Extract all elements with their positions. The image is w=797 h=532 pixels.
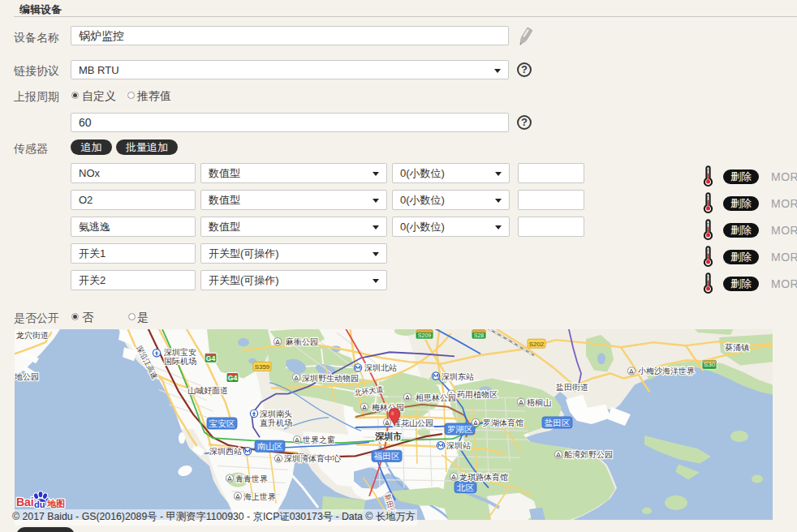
svg-text:深圳站: 深圳站 — [446, 441, 471, 450]
svg-text:深圳西站: 深圳西站 — [209, 447, 242, 456]
svg-text:S209: S209 — [418, 332, 431, 338]
svg-text:宝安区: 宝安区 — [209, 418, 235, 428]
svg-text:梧桐山: 梧桐山 — [527, 398, 551, 407]
svg-text:药用植物区: 药用植物区 — [456, 390, 498, 399]
svg-text:du: du — [34, 500, 45, 509]
svg-text:莲花山公园: 莲花山公园 — [393, 418, 433, 427]
svg-text:龙琪路体育馆: 龙琪路体育馆 — [459, 473, 508, 482]
svg-text:罗湖区: 罗湖区 — [447, 424, 473, 434]
svg-text:深圳湾体育中心: 深圳湾体育中心 — [284, 454, 342, 463]
svg-text:罗湖体育馆: 罗湖体育馆 — [483, 418, 523, 427]
svg-text:Bai: Bai — [16, 496, 34, 508]
svg-text:葵涌镇: 葵涌镇 — [725, 343, 749, 352]
svg-text:S28: S28 — [474, 332, 485, 338]
svg-text:S30: S30 — [704, 361, 716, 368]
svg-text:盐田街道: 盐田街道 — [556, 383, 588, 392]
svg-text:地图: 地图 — [46, 499, 65, 508]
svg-text:深圳市: 深圳市 — [375, 431, 402, 441]
svg-text:南山区: 南山区 — [257, 441, 283, 451]
svg-text:深圳东站: 深圳东站 — [442, 371, 474, 380]
svg-text:国际机场: 国际机场 — [164, 357, 196, 366]
svg-text:直升机场: 直升机场 — [260, 418, 292, 427]
svg-text:麻衝公园: 麻衝公园 — [286, 337, 318, 346]
svg-text:S359: S359 — [255, 363, 270, 371]
svg-text:深圳北站: 深圳北站 — [364, 363, 397, 372]
svg-text:山城好面道: 山城好面道 — [187, 386, 228, 395]
svg-text:S202: S202 — [529, 341, 545, 348]
svg-text:地公园: 地公园 — [15, 371, 39, 380]
svg-text:G4: G4 — [206, 354, 216, 363]
svg-text:盐田区: 盐田区 — [545, 418, 571, 427]
svg-text:世界之窗: 世界之窗 — [302, 435, 335, 444]
svg-text:船湾郊野公园: 船湾郊野公园 — [564, 450, 613, 459]
svg-text:北区: 北区 — [456, 483, 474, 492]
svg-text:深圳宝安: 深圳宝安 — [164, 348, 196, 357]
svg-text:深圳南头: 深圳南头 — [260, 410, 292, 418]
svg-text:G4: G4 — [228, 374, 238, 382]
svg-text:福田区: 福田区 — [374, 451, 400, 461]
svg-text:小梅沙海洋世界: 小梅沙海洋世界 — [638, 367, 695, 375]
svg-text:龙穴街道: 龙穴街道 — [16, 331, 49, 340]
svg-text:深圳野生动物园: 深圳野生动物园 — [302, 374, 359, 383]
svg-text:相思林公园: 相思林公园 — [415, 393, 456, 402]
svg-text:青青世界: 青青世界 — [235, 474, 268, 483]
svg-text:海上世界: 海上世界 — [243, 492, 276, 501]
